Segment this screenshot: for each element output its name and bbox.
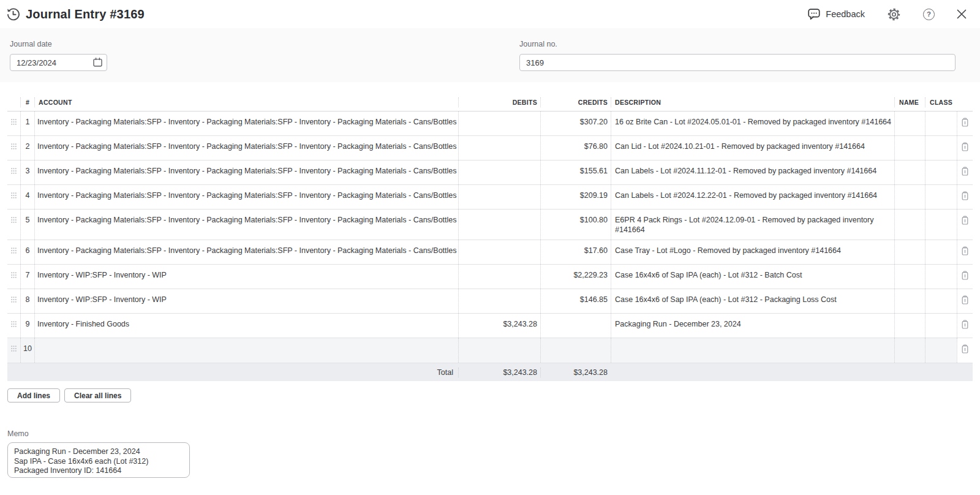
- account-cell[interactable]: Inventory - Packaging Materials:SFP - In…: [34, 111, 458, 135]
- description-cell[interactable]: Case 16x4x6 of Sap IPA (each) - Lot #312…: [611, 265, 894, 289]
- class-cell[interactable]: [925, 314, 957, 338]
- row-number: 9: [20, 314, 34, 338]
- journal-no-input[interactable]: [519, 54, 956, 71]
- delete-row-icon[interactable]: [961, 344, 969, 358]
- memo-input[interactable]: Packaging Run - December 23, 2024 Sap IP…: [7, 442, 190, 478]
- settings-gear-icon[interactable]: [887, 7, 901, 21]
- account-cell[interactable]: Inventory - Packaging Materials:SFP - In…: [34, 185, 458, 209]
- delete-row-icon[interactable]: [961, 246, 969, 259]
- delete-row-icon[interactable]: [961, 142, 969, 155]
- drag-handle-icon[interactable]: [11, 321, 17, 333]
- credits-cell[interactable]: $2,229.23: [540, 265, 611, 289]
- account-cell[interactable]: [34, 338, 458, 363]
- name-cell[interactable]: [894, 265, 925, 289]
- debits-cell[interactable]: [458, 338, 540, 363]
- account-cell[interactable]: Inventory - Finished Goods: [34, 314, 458, 338]
- drag-handle-icon[interactable]: [11, 297, 17, 308]
- credits-cell[interactable]: $155.61: [540, 161, 611, 184]
- close-icon[interactable]: [957, 9, 967, 19]
- class-cell[interactable]: [925, 265, 957, 289]
- debits-cell[interactable]: [458, 289, 540, 313]
- description-cell[interactable]: Case Tray - Lot #Logo - Removed by packa…: [611, 240, 894, 264]
- description-cell[interactable]: [611, 338, 894, 363]
- debits-cell[interactable]: [458, 111, 540, 135]
- history-icon[interactable]: [6, 7, 20, 21]
- description-cell[interactable]: Can Labels - Lot #2024.11.12-01 - Remove…: [611, 161, 894, 184]
- account-cell[interactable]: Inventory - Packaging Materials:SFP - In…: [34, 161, 458, 184]
- class-cell[interactable]: [925, 210, 957, 240]
- name-cell[interactable]: [894, 314, 925, 338]
- debits-cell[interactable]: [458, 240, 540, 264]
- credits-cell[interactable]: $17.60: [540, 240, 611, 264]
- debits-cell[interactable]: [458, 136, 540, 160]
- delete-row-icon[interactable]: [961, 118, 969, 130]
- delete-row-icon[interactable]: [961, 191, 969, 204]
- name-cell[interactable]: [894, 210, 925, 240]
- account-cell[interactable]: Inventory - WIP:SFP - Inventory - WIP: [34, 289, 458, 313]
- clear-all-lines-button[interactable]: Clear all lines: [64, 388, 131, 402]
- credits-cell[interactable]: $76.80: [540, 136, 611, 160]
- calendar-icon[interactable]: [93, 58, 102, 67]
- add-lines-button[interactable]: Add lines: [7, 388, 60, 402]
- class-cell[interactable]: [925, 338, 957, 363]
- debits-cell[interactable]: [458, 210, 540, 240]
- delete-row-icon[interactable]: [961, 167, 969, 179]
- total-credits: $3,243.28: [540, 368, 611, 377]
- description-cell[interactable]: 16 oz Brite Can - Lot #2024.05.01-01 - R…: [611, 111, 894, 135]
- table-row: 7 Inventory - WIP:SFP - Inventory - WIP …: [7, 265, 973, 289]
- feedback-button[interactable]: Feedback: [808, 9, 865, 20]
- drag-handle-icon[interactable]: [11, 346, 17, 358]
- class-cell[interactable]: [925, 240, 957, 264]
- debits-cell[interactable]: [458, 185, 540, 209]
- drag-handle-icon[interactable]: [11, 217, 17, 235]
- delete-row-icon[interactable]: [961, 271, 969, 284]
- description-cell[interactable]: Case 16x4x6 of Sap IPA (each) - Lot #312…: [611, 289, 894, 313]
- credits-cell[interactable]: $307.20: [540, 111, 611, 135]
- account-cell[interactable]: Inventory - WIP:SFP - Inventory - WIP: [34, 265, 458, 289]
- col-header-description: DESCRIPTION: [611, 97, 894, 107]
- name-cell[interactable]: [894, 111, 925, 135]
- drag-handle-icon[interactable]: [11, 119, 17, 130]
- description-cell[interactable]: Packaging Run - December 23, 2024: [611, 314, 894, 338]
- drag-handle-icon[interactable]: [11, 192, 17, 204]
- description-cell[interactable]: Can Lid - Lot #2024.10.21-01 - Removed b…: [611, 136, 894, 160]
- drag-handle-icon[interactable]: [11, 272, 17, 284]
- delete-row-icon[interactable]: [961, 216, 969, 235]
- description-cell[interactable]: Can Labels - Lot #2024.12.22-01 - Remove…: [611, 185, 894, 209]
- class-cell[interactable]: [925, 185, 957, 209]
- table-row: 3 Inventory - Packaging Materials:SFP - …: [7, 161, 973, 185]
- account-cell[interactable]: Inventory - Packaging Materials:SFP - In…: [34, 240, 458, 264]
- name-cell[interactable]: [894, 185, 925, 209]
- credits-cell[interactable]: $146.85: [540, 289, 611, 313]
- name-cell[interactable]: [894, 338, 925, 363]
- credits-cell[interactable]: [540, 338, 611, 363]
- drag-handle-icon[interactable]: [11, 168, 17, 179]
- col-header-class: CLASS: [925, 97, 957, 107]
- table-row: 6 Inventory - Packaging Materials:SFP - …: [7, 240, 973, 265]
- class-cell[interactable]: [925, 161, 957, 184]
- description-cell[interactable]: E6PR 4 Pack Rings - Lot #2024.12.09-01 -…: [611, 210, 894, 240]
- delete-row-icon[interactable]: [961, 295, 969, 308]
- name-cell[interactable]: [894, 136, 925, 160]
- memo-section: Memo Packaging Run - December 23, 2024 S…: [7, 429, 191, 480]
- class-cell[interactable]: [925, 111, 957, 135]
- credits-cell[interactable]: $100.80: [540, 210, 611, 240]
- drag-handle-icon[interactable]: [11, 248, 17, 259]
- total-label: Total: [7, 368, 458, 377]
- help-icon[interactable]: ?: [923, 9, 935, 20]
- name-cell[interactable]: [894, 161, 925, 184]
- table-row: 1 Inventory - Packaging Materials:SFP - …: [7, 111, 973, 136]
- name-cell[interactable]: [894, 289, 925, 313]
- class-cell[interactable]: [925, 136, 957, 160]
- delete-row-icon[interactable]: [961, 320, 969, 333]
- drag-handle-icon[interactable]: [11, 143, 17, 155]
- debits-cell[interactable]: [458, 265, 540, 289]
- credits-cell[interactable]: $209.19: [540, 185, 611, 209]
- class-cell[interactable]: [925, 289, 957, 313]
- credits-cell[interactable]: [540, 314, 611, 338]
- name-cell[interactable]: [894, 240, 925, 264]
- account-cell[interactable]: Inventory - Packaging Materials:SFP - In…: [34, 136, 458, 160]
- debits-cell[interactable]: $3,243.28: [458, 314, 540, 338]
- debits-cell[interactable]: [458, 161, 540, 184]
- account-cell[interactable]: Inventory - Packaging Materials:SFP - In…: [34, 210, 458, 240]
